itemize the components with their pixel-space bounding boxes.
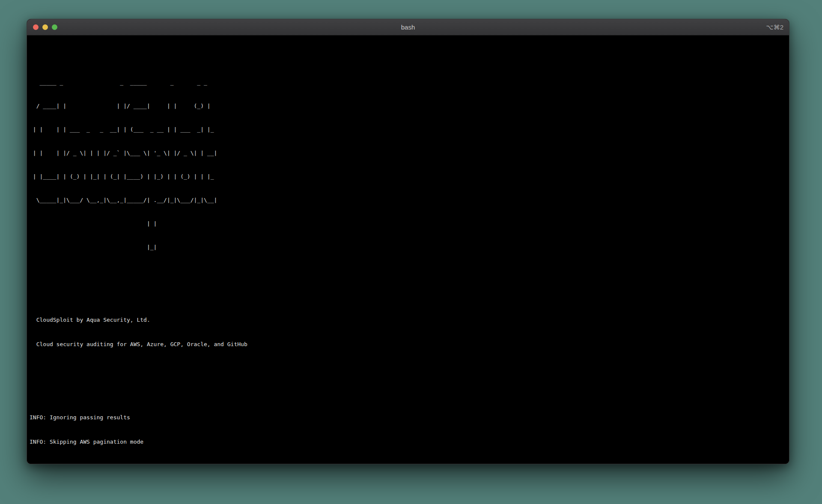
info-log: INFO: Ignoring passing results INFO: Ski… <box>30 397 786 464</box>
ascii-logo: _____ _ _ _____ _ _ _ / ____| | | |/ ___… <box>30 62 786 267</box>
window-shortcut-label: ⌥⌘2 <box>766 19 783 36</box>
ascii-logo-line: | | | |/ _ \| | | |/ _` |\___ \| '_ \| |… <box>30 149 786 157</box>
tagline-description: Cloud security auditing for AWS, Azure, … <box>30 340 786 348</box>
ascii-logo-line: \_____|_|\___/ \__,_|\__,_|_____/| .__/|… <box>30 196 786 204</box>
window-titlebar[interactable]: bash ⌥⌘2 <box>27 19 789 36</box>
info-line: INFO: Ignoring passing results <box>30 413 786 421</box>
tagline-company: CloudSploit by Aqua Security, Ltd. <box>30 316 786 324</box>
ascii-logo-line: |_| <box>30 243 786 251</box>
info-line: INFO: Skipping AWS pagination mode <box>30 438 786 446</box>
info-line: INFO: Testing plugin: ACM Certificate Va… <box>30 462 786 464</box>
terminal-output[interactable]: _____ _ _ _____ _ _ _ / ____| | | |/ ___… <box>27 36 789 464</box>
ascii-logo-line: / ____| | | |/ ____| | | (_) | <box>30 102 786 110</box>
ascii-logo-line: _____ _ _ _____ _ _ _ <box>30 79 786 86</box>
ascii-logo-line: | | <box>30 220 786 227</box>
ascii-logo-line: | | | | ___ _ _ __| | (___ _ __ | | ___ … <box>30 126 786 133</box>
app-tagline: CloudSploit by Aqua Security, Ltd. Cloud… <box>30 299 786 365</box>
terminal-window: bash ⌥⌘2 _____ _ _ _____ _ _ _ / ____| |… <box>27 19 789 464</box>
ascii-logo-line: | |____| | (_) | |_| | (_| |____) | |_) … <box>30 173 786 180</box>
window-title: bash <box>27 24 789 31</box>
